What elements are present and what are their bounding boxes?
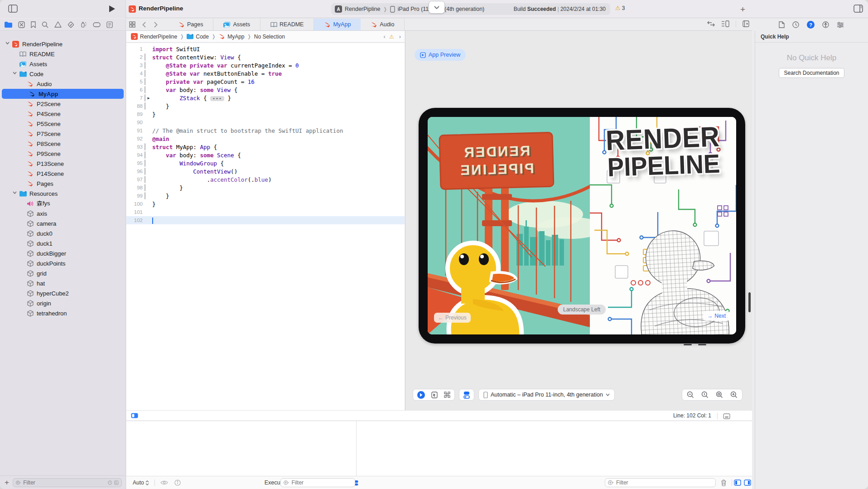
preview-device-selector[interactable]: Automatic – iPad Pro 11-inch, 4th genera… bbox=[478, 389, 615, 401]
right-panel-toggle-icon[interactable] bbox=[854, 5, 863, 13]
sidebar-item-duck1[interactable]: duck1 bbox=[0, 238, 125, 248]
back-button[interactable] bbox=[138, 19, 150, 30]
breadcrumb-item-renderpipeline[interactable]: RenderPipeline bbox=[131, 34, 177, 40]
filter-input[interactable] bbox=[291, 479, 352, 486]
code-line-98[interactable]: 98 } bbox=[126, 184, 405, 192]
sidebar-item-resources[interactable]: Resources bbox=[0, 189, 125, 199]
code-line-88[interactable]: 88 } bbox=[126, 102, 405, 110]
code-line-7[interactable]: 7▶ ZStack { ••• } bbox=[126, 94, 405, 102]
bookmark-navigator-icon[interactable] bbox=[31, 21, 36, 28]
line-number[interactable]: 97 bbox=[126, 177, 143, 182]
line-number[interactable]: 101 bbox=[126, 209, 143, 215]
new-tab-button[interactable]: + bbox=[740, 5, 745, 15]
sidebar-item-code[interactable]: Code bbox=[0, 69, 125, 79]
sidebar-item-axis[interactable]: axis bbox=[0, 208, 125, 218]
breadcrumb-item-myapp[interactable]: MyApp bbox=[218, 34, 244, 40]
sidebar-item-p2scene[interactable]: P2Scene bbox=[0, 99, 125, 109]
sidebar-item-camera[interactable]: camera bbox=[0, 218, 125, 228]
tab-readme[interactable]: README bbox=[260, 19, 314, 30]
debug-divider[interactable] bbox=[356, 421, 357, 476]
code-line-99[interactable]: 99 } bbox=[126, 192, 405, 200]
sidebar-item-duckbigger[interactable]: duckBigger bbox=[0, 248, 125, 258]
app-preview-button[interactable]: App Preview bbox=[415, 49, 466, 61]
line-number[interactable]: 89 bbox=[126, 111, 143, 117]
sidebar-item-tetrahedron[interactable]: tetrahedron bbox=[0, 308, 125, 318]
editor-mode-icon[interactable] bbox=[131, 413, 138, 418]
accessibility-inspector-icon[interactable] bbox=[822, 21, 829, 28]
line-number[interactable]: 93 bbox=[126, 144, 143, 150]
attributes-inspector-icon[interactable] bbox=[837, 22, 844, 28]
live-preview-button[interactable] bbox=[417, 391, 425, 399]
line-number[interactable]: 3 bbox=[126, 63, 143, 68]
code-line-2[interactable]: 2struct ContentView: View { bbox=[126, 53, 405, 61]
debug-navigator-icon[interactable] bbox=[80, 21, 87, 28]
sidebar-item-p8scene[interactable]: P8Scene bbox=[0, 139, 125, 149]
warning-badge[interactable]: ⚠ 3 bbox=[615, 5, 625, 11]
history-inspector-icon[interactable] bbox=[792, 21, 799, 28]
code-line-97[interactable]: 97 .accentColor(.blue) bbox=[126, 175, 405, 184]
sidebar-item-p4scene[interactable]: P4Scene bbox=[0, 109, 125, 119]
add-file-button[interactable]: + bbox=[5, 478, 9, 487]
previous-page-button[interactable]: ← Previous bbox=[434, 313, 471, 323]
code-line-92[interactable]: 92@main bbox=[126, 135, 405, 143]
tab-overview-icon[interactable] bbox=[126, 19, 138, 30]
sidebar-item-renderpipeline[interactable]: RenderPipeline bbox=[0, 39, 125, 49]
line-number[interactable]: 88 bbox=[126, 103, 143, 109]
variables-view-mode[interactable]: Auto bbox=[133, 479, 149, 486]
code-line-4[interactable]: 4 @State var nextButtonEnable = true bbox=[126, 69, 405, 77]
sidebar-item-duckpoints[interactable]: duckPoints bbox=[0, 258, 125, 268]
device-screen[interactable]: RENDER PIPELINE bbox=[428, 117, 736, 334]
breakpoint-navigator-icon[interactable] bbox=[93, 22, 101, 27]
breadcrumb-item-code[interactable]: Code bbox=[187, 34, 209, 40]
tab-myapp[interactable]: MyApp bbox=[314, 19, 361, 30]
line-number[interactable]: 7 bbox=[126, 95, 143, 101]
next-issue-icon[interactable]: › bbox=[399, 33, 401, 40]
prev-issue-icon[interactable]: ‹ bbox=[384, 33, 386, 40]
info-icon[interactable] bbox=[174, 479, 181, 486]
sidebar-item-assets[interactable]: Assets bbox=[0, 59, 125, 69]
line-number[interactable]: 6 bbox=[126, 87, 143, 92]
line-number[interactable]: 4 bbox=[126, 71, 143, 76]
sidebar-item-pages[interactable]: Pages bbox=[0, 179, 125, 189]
navigator-filter-field[interactable] bbox=[13, 478, 122, 487]
console-pane-toggle-icon[interactable] bbox=[744, 479, 751, 486]
line-number[interactable]: 98 bbox=[126, 185, 143, 190]
disclosure-chevron-icon[interactable] bbox=[13, 191, 17, 196]
sidebar-item-duck0[interactable]: duck0 bbox=[0, 228, 125, 238]
code-line-102[interactable]: 102 bbox=[126, 216, 405, 224]
editor-display-icon[interactable] bbox=[723, 413, 730, 419]
issue-navigator-icon[interactable] bbox=[54, 21, 62, 28]
quick-help-inspector-icon[interactable]: ? bbox=[807, 21, 815, 29]
zoom-in-icon[interactable] bbox=[730, 391, 738, 398]
code-review-icon[interactable] bbox=[707, 21, 715, 27]
sidebar-item-hypercube2[interactable]: hyperCube2 bbox=[0, 288, 125, 298]
variables-filter-field[interactable] bbox=[280, 478, 355, 487]
code-line-1[interactable]: 1import SwiftUI bbox=[126, 45, 405, 53]
build-status[interactable]: Build Succeeded | 2024/2/24 at 01:30 bbox=[514, 3, 606, 15]
canvas-scrollbar[interactable] bbox=[748, 292, 751, 312]
zoom-out-icon[interactable] bbox=[687, 391, 694, 398]
line-number[interactable]: 102 bbox=[126, 218, 143, 223]
variables-pane-toggle-icon[interactable] bbox=[734, 479, 741, 486]
sidebar-item-readme[interactable]: README bbox=[0, 49, 125, 59]
line-number[interactable]: 1 bbox=[126, 46, 143, 52]
code-line-89[interactable]: 89} bbox=[126, 110, 405, 118]
sidebar-item--fys[interactable]: 森fys bbox=[0, 199, 125, 208]
sidebar-item-p5scene[interactable]: P5Scene bbox=[0, 119, 125, 129]
code-line-101[interactable]: 101 bbox=[126, 208, 405, 216]
line-number[interactable]: 92 bbox=[126, 136, 143, 141]
filter-input[interactable] bbox=[23, 479, 106, 486]
run-button[interactable] bbox=[109, 5, 116, 13]
line-number[interactable]: 99 bbox=[126, 193, 143, 199]
filter-input[interactable] bbox=[616, 479, 713, 486]
line-number[interactable]: 90 bbox=[126, 120, 143, 125]
line-number[interactable]: 95 bbox=[126, 160, 143, 166]
orientation-button[interactable] bbox=[459, 389, 474, 401]
code-line-95[interactable]: 95 WindowGroup { bbox=[126, 159, 405, 167]
clear-console-icon[interactable] bbox=[721, 479, 727, 486]
code-line-100[interactable]: 100} bbox=[126, 200, 405, 208]
recent-files-icon[interactable] bbox=[108, 480, 112, 485]
sidebar-item-myapp[interactable]: MyApp bbox=[2, 89, 124, 99]
scheme-dropdown-button[interactable] bbox=[429, 1, 445, 14]
sidebar-item-p7scene[interactable]: P7Scene bbox=[0, 129, 125, 139]
